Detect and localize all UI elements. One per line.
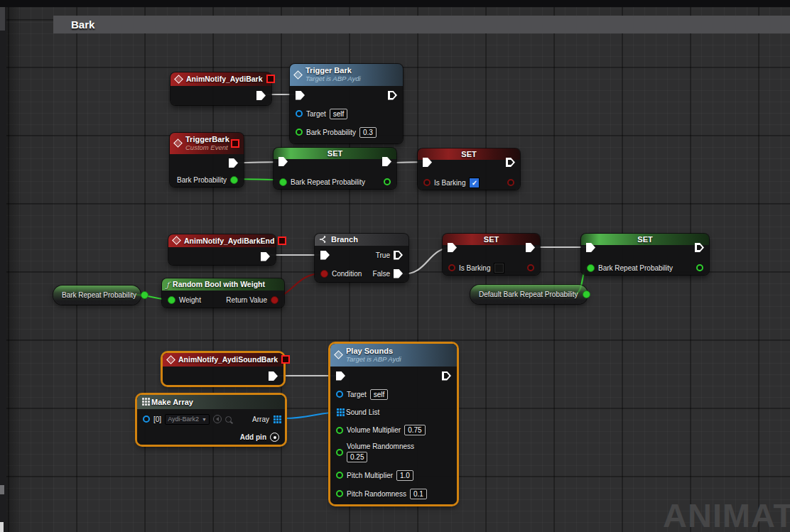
editable-event-icon[interactable] [278, 237, 286, 245]
condition-pin[interactable] [320, 270, 328, 278]
set-label: SET [484, 235, 499, 244]
volume-randomness-pin[interactable] [336, 449, 343, 456]
pitch-multiplier-label: Pitch Multiplier [347, 472, 393, 479]
exec-out-pin[interactable] [229, 158, 238, 168]
exec-out-pin[interactable] [442, 371, 451, 381]
exec-out-pin[interactable] [526, 243, 535, 252]
exec-in-pin[interactable] [423, 158, 432, 167]
volume-multiplier-pin[interactable] [336, 427, 343, 434]
target-pin[interactable] [296, 110, 303, 117]
exec-in-pin[interactable] [448, 243, 457, 252]
node-make-array[interactable]: Make Array [0] Aydi-Bark2 ▼ Array Add pi… [137, 395, 285, 445]
exec-in-pin[interactable] [336, 371, 345, 381]
add-pin-label: Add pin [240, 433, 266, 441]
graph-canvas[interactable]: Bark ANIMAT AnimNotify_AydiBark [0, 7, 790, 532]
node-play-sounds[interactable]: Play Sounds Target is ABP Aydi Target se… [330, 344, 457, 504]
exec-in-pin[interactable] [278, 157, 288, 166]
bark-probability-pin[interactable] [296, 129, 303, 136]
pitch-randomness-pin[interactable] [336, 490, 343, 497]
node-set-is-barking-1[interactable]: SET Is Barking [418, 148, 520, 190]
node-title: AnimNotify_AydiBark [186, 75, 263, 83]
exec-in-pin[interactable] [586, 243, 595, 252]
true-exec-pin[interactable] [394, 251, 403, 260]
bark-probability-value[interactable]: 0.3 [359, 127, 377, 138]
bark-repeat-probability-out-pin[interactable] [384, 178, 391, 185]
target-pin[interactable] [336, 391, 343, 398]
pure-function-icon [166, 278, 169, 291]
return-value-pin[interactable] [271, 296, 278, 304]
node-animnotify-aydibarkend[interactable]: AnimNotify_AydiBarkEnd [168, 234, 276, 265]
value-out-pin[interactable] [583, 291, 590, 298]
exec-in-pin[interactable] [320, 251, 330, 260]
pitch-multiplier-pin[interactable] [336, 472, 343, 479]
node-title: TriggerBark [185, 135, 227, 143]
false-exec-pin[interactable] [394, 269, 403, 278]
exec-out-pin[interactable] [261, 252, 270, 261]
bark-probability-out-pin[interactable] [230, 176, 238, 184]
exec-out-pin[interactable] [695, 243, 704, 252]
node-title: Branch [331, 235, 358, 244]
bark-repeat-probability-in-pin[interactable] [279, 178, 287, 186]
bark-repeat-probability-out-pin[interactable] [696, 264, 703, 271]
pin-label: Is Barking [459, 264, 490, 272]
pitch-randomness-value[interactable]: 0.1 [410, 489, 427, 499]
function-diamond-icon [334, 350, 343, 359]
node-set-bark-repeat-probability-2[interactable]: SET Bark Repeat Probability [581, 234, 709, 275]
node-get-bark-repeat-probability[interactable]: Bark Repeat Probability [53, 286, 141, 305]
node-branch[interactable]: Branch True Condition False [315, 234, 408, 282]
add-pin-icon[interactable] [270, 433, 279, 442]
false-label: False [373, 270, 390, 278]
is-barking-in-pin[interactable] [423, 179, 431, 186]
node-random-bool-with-weight[interactable]: Random Bool with Weight Weight Return Va… [162, 278, 284, 308]
target-value-box[interactable]: self [330, 109, 348, 119]
node-trigger-bark[interactable]: Trigger Bark Target is ABP Aydi Target s… [290, 64, 403, 143]
array-out-pin[interactable] [274, 416, 276, 418]
node-title: Trigger Bark [305, 66, 399, 75]
is-barking-in-pin[interactable] [448, 264, 455, 271]
exec-in-pin[interactable] [296, 91, 305, 100]
browse-asset-icon[interactable] [225, 416, 232, 423]
event-diamond-icon [172, 236, 181, 245]
exec-out-pin[interactable] [388, 91, 397, 100]
target-pin-label: Target [306, 110, 326, 118]
volume-randomness-value[interactable]: 0.25 [347, 452, 367, 462]
use-selected-asset-icon[interactable] [213, 415, 222, 423]
exec-out-pin[interactable] [506, 158, 515, 167]
node-set-bark-repeat-probability-1[interactable]: SET Bark Repeat Probability [274, 148, 396, 189]
bark-repeat-probability-in-pin[interactable] [587, 264, 595, 272]
exec-out-pin[interactable] [256, 91, 266, 100]
editable-event-icon[interactable] [281, 355, 290, 364]
pitch-multiplier-value[interactable]: 1.0 [396, 470, 413, 481]
weight-pin[interactable] [168, 296, 175, 304]
weight-label: Weight [179, 296, 201, 304]
node-title: Make Array [151, 398, 193, 406]
node-title: AnimNotify_AydiSoundBark [178, 355, 278, 364]
is-barking-checkbox[interactable] [469, 178, 480, 188]
blueprint-editor: Bark ANIMAT AnimNotify_AydiBark [0, 0, 790, 532]
exec-out-pin[interactable] [269, 371, 278, 381]
function-diamond-icon [293, 70, 303, 80]
is-barking-out-pin[interactable] [507, 179, 514, 186]
node-subtitle: Custom Event [185, 143, 227, 152]
asset-select-dropdown[interactable]: Aydi-Bark2 ▼ [165, 414, 210, 425]
set-label: SET [461, 150, 476, 158]
value-out-pin[interactable] [141, 291, 148, 299]
node-animnotify-aydisoundbark[interactable]: AnimNotify_AydiSoundBark [163, 353, 283, 385]
set-label: SET [637, 235, 652, 244]
sound-list-pin[interactable] [337, 408, 339, 411]
node-get-default-bark-repeat-probability[interactable]: Default Bark Repeat Probability [470, 285, 588, 304]
node-set-is-barking-2[interactable]: SET Is Barking [443, 234, 540, 275]
is-barking-out-pin[interactable] [527, 264, 534, 271]
is-barking-checkbox[interactable] [494, 263, 504, 273]
editable-event-icon[interactable] [266, 75, 275, 83]
target-value-box[interactable]: self [370, 389, 389, 400]
event-diamond-icon [174, 75, 183, 84]
node-animnotify-aydibark[interactable]: AnimNotify_AydiBark [171, 72, 271, 105]
array-element-0-pin[interactable] [143, 416, 150, 423]
make-array-icon [142, 398, 144, 400]
exec-out-pin[interactable] [382, 157, 391, 166]
pitch-randomness-label: Pitch Randomness [347, 490, 406, 498]
volume-multiplier-value[interactable]: 0.75 [404, 425, 425, 435]
editable-event-icon[interactable] [231, 139, 239, 148]
node-triggerbark-event[interactable]: TriggerBark Custom Event Bark Probabilit… [170, 133, 244, 187]
